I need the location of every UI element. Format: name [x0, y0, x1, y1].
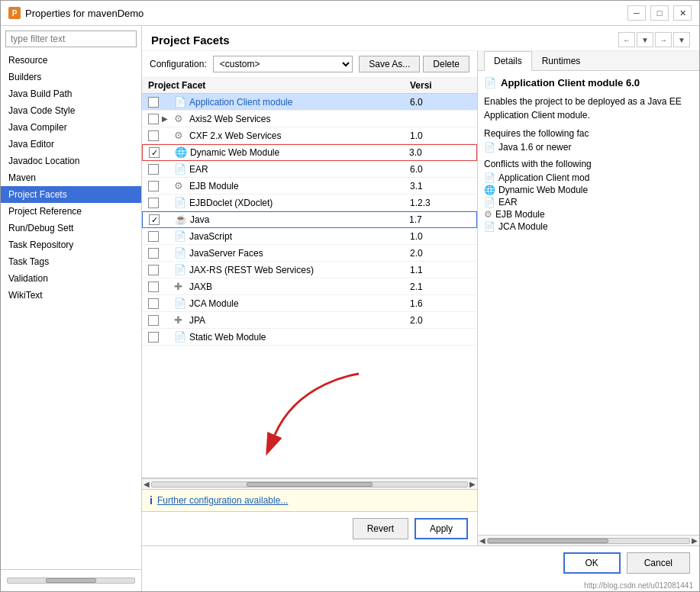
- delete-button[interactable]: Delete: [423, 56, 469, 72]
- details-horizontal-scrollbar[interactable]: ◀ ▶: [478, 535, 699, 545]
- maximize-button[interactable]: □: [650, 5, 669, 21]
- sidebar-item-maven[interactable]: Maven: [1, 169, 141, 186]
- sidebar-scroll-area[interactable]: [7, 573, 135, 588]
- sidebar-item-builders[interactable]: Builders: [1, 69, 141, 85]
- nav-forward-button[interactable]: →: [655, 32, 672, 47]
- facet-icon-static-web: 📄: [174, 331, 186, 343]
- facet-row-jpa[interactable]: ✚ JPA 2.0: [142, 312, 477, 329]
- close-button[interactable]: ✕: [673, 5, 692, 21]
- final-row: OK Cancel: [142, 545, 699, 580]
- sidebar-item-task-repository[interactable]: Task Repository: [1, 236, 141, 253]
- sidebar-item-java-build-path[interactable]: Java Build Path: [1, 85, 141, 102]
- facet-name-ejbdoclet: EJBDoclet (XDoclet): [189, 198, 410, 208]
- scroll-right-btn[interactable]: ▶: [469, 480, 476, 488]
- facet-icon-jca: 📄: [174, 298, 186, 310]
- sidebar-item-task-tags[interactable]: Task Tags: [1, 253, 141, 270]
- facet-checkbox-cxf[interactable]: [148, 130, 159, 141]
- nav-back-button[interactable]: ←: [618, 32, 635, 47]
- facet-row-jsf[interactable]: 📄 JavaServer Faces 2.0: [142, 245, 477, 262]
- sidebar-item-project-reference[interactable]: Project Reference: [1, 203, 141, 220]
- conflict-icon-4: 📄: [484, 221, 495, 232]
- details-scroll-right[interactable]: ▶: [692, 536, 698, 545]
- right-panel: Project Facets ← ▼ → ▼ Configuration: <c: [142, 26, 699, 591]
- window-icon: P: [8, 7, 21, 19]
- tab-details[interactable]: Details: [484, 51, 532, 71]
- facet-version-dynamic-web: 3.0: [409, 147, 470, 158]
- conflict-text-2: EAR: [498, 197, 518, 208]
- facet-icon-axis2: ⚙: [174, 113, 186, 125]
- facets-list: 📄 Application Client module 6.0 ▶ ⚙ Axis…: [142, 94, 477, 478]
- scroll-left-btn[interactable]: ◀: [144, 480, 150, 488]
- facet-row-axis2[interactable]: ▶ ⚙ Axis2 Web Services: [142, 111, 477, 127]
- facet-row-ejb[interactable]: ⚙ EJB Module 3.1: [142, 178, 477, 195]
- facet-col-name-header: Project Facet: [148, 80, 410, 91]
- facet-checkbox-ear[interactable]: [148, 164, 159, 175]
- sidebar-item-java-compiler[interactable]: Java Compiler: [1, 119, 141, 136]
- details-title-text: Application Client module 6.0: [501, 77, 640, 88]
- facet-checkbox-ejb[interactable]: [148, 181, 159, 191]
- info-icon: i: [150, 494, 153, 507]
- sidebar-item-validation[interactable]: Validation: [1, 270, 141, 287]
- filter-input[interactable]: [5, 31, 137, 47]
- ok-button[interactable]: OK: [563, 552, 621, 574]
- facet-checkbox-java[interactable]: [149, 214, 160, 225]
- facet-checkbox-jpa[interactable]: [148, 315, 159, 326]
- facet-row-cxf[interactable]: ⚙ CXF 2.x Web Services 1.0: [142, 127, 477, 144]
- cancel-button[interactable]: Cancel: [627, 552, 690, 574]
- facet-checkbox-jsf[interactable]: [148, 248, 159, 259]
- facet-checkbox-jaxb[interactable]: [148, 282, 159, 292]
- apply-button[interactable]: Apply: [415, 518, 468, 539]
- facet-row-jaxb[interactable]: ✚ JAXB 2.1: [142, 278, 477, 295]
- facet-checkbox-dynamic-web[interactable]: [149, 147, 160, 158]
- conflict-icon-2: 📄: [484, 197, 495, 208]
- facet-icon-jpa: ✚: [174, 314, 186, 327]
- sidebar-item-java-editor[interactable]: Java Editor: [1, 136, 141, 153]
- facet-checkbox-javascript[interactable]: [148, 231, 159, 242]
- sidebar-item-wikitext[interactable]: WikiText: [1, 287, 141, 304]
- details-scroll-left[interactable]: ◀: [479, 536, 485, 545]
- facet-row-ejbdoclet[interactable]: 📄 EJBDoclet (XDoclet) 1.2.3: [142, 195, 477, 211]
- details-conflict-3: ⚙ EJB Module: [484, 209, 693, 220]
- title-bar-left: P Properties for mavenDemo: [8, 7, 144, 19]
- nav-down-button[interactable]: ▼: [637, 32, 653, 47]
- revert-button[interactable]: Revert: [353, 518, 408, 539]
- nav-forward-down-button[interactable]: ▼: [673, 32, 690, 47]
- facet-name-java: Java: [190, 214, 409, 225]
- facet-row-app-client[interactable]: 📄 Application Client module 6.0: [142, 94, 477, 111]
- facet-row-dynamic-web[interactable]: 🌐 Dynamic Web Module 3.0: [142, 144, 477, 161]
- facet-checkbox-jaxrs[interactable]: [148, 265, 159, 275]
- save-as-button[interactable]: Save As...: [359, 56, 420, 72]
- facet-name-jpa: JPA: [189, 315, 410, 326]
- facet-row-java[interactable]: ☕ Java 1.7: [142, 211, 477, 228]
- facet-row-jaxrs[interactable]: 📄 JAX-RS (REST Web Services) 1.1: [142, 262, 477, 278]
- facet-row-javascript[interactable]: 📄 JavaScript 1.0: [142, 228, 477, 245]
- facet-checkbox-static-web[interactable]: [148, 332, 159, 343]
- details-scrollbar-track[interactable]: [487, 538, 690, 544]
- facets-horizontal-scrollbar[interactable]: ◀ ▶: [142, 478, 477, 489]
- facets-scrollbar-track[interactable]: [151, 481, 468, 487]
- title-bar: P Properties for mavenDemo ─ □ ✕: [1, 1, 699, 26]
- config-select[interactable]: <custom>: [213, 56, 353, 72]
- facet-icon-java: ☕: [175, 214, 187, 226]
- watermark: http://blog.csdn.net/u012081441: [142, 580, 699, 591]
- sidebar-item-run-debug[interactable]: Run/Debug Sett: [1, 220, 141, 236]
- tab-runtimes[interactable]: Runtimes: [532, 51, 591, 71]
- sidebar-item-javadoc-location[interactable]: Javadoc Location: [1, 153, 141, 169]
- further-config-link[interactable]: Further configuration available...: [157, 495, 288, 506]
- facet-checkbox-axis2[interactable]: [148, 114, 159, 124]
- facet-row-jca[interactable]: 📄 JCA Module 1.6: [142, 295, 477, 312]
- facet-checkbox-ejbdoclet[interactable]: [148, 198, 159, 208]
- sidebar-item-java-code-style[interactable]: Java Code Style: [1, 102, 141, 119]
- conflict-icon-0: 📄: [484, 172, 495, 183]
- facet-checkbox-app-client[interactable]: [148, 97, 159, 108]
- sidebar-scrollbar-thumb: [46, 578, 96, 583]
- conflict-text-3: EJB Module: [495, 209, 545, 220]
- facet-row-static-web[interactable]: 📄 Static Web Module: [142, 329, 477, 346]
- minimize-button[interactable]: ─: [627, 5, 646, 21]
- sidebar-scrollbar[interactable]: [7, 578, 135, 584]
- sidebar-item-resource[interactable]: Resource: [1, 52, 141, 69]
- details-tabs: Details Runtimes: [478, 51, 699, 71]
- facet-row-ear[interactable]: 📄 EAR 6.0: [142, 161, 477, 178]
- facet-checkbox-jca[interactable]: [148, 298, 159, 309]
- sidebar-item-project-facets[interactable]: Project Facets: [1, 186, 141, 203]
